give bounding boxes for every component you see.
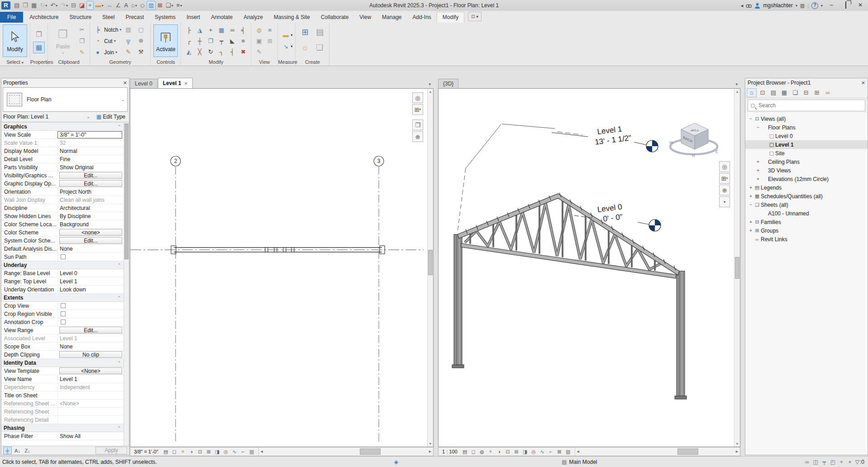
- modify-options-dropdown[interactable]: ⊡ ▾: [468, 12, 482, 21]
- ruler-icon[interactable]: ▬: [281, 30, 291, 40]
- property-value[interactable]: Project North: [57, 188, 124, 195]
- tree-expand-icon[interactable]: −: [748, 202, 754, 207]
- switch-windows-button[interactable]: ❏▾: [164, 1, 175, 10]
- property-checkbox[interactable]: [61, 319, 66, 324]
- ribbon-tab-structure[interactable]: Structure: [64, 12, 97, 23]
- showcase-icon[interactable]: ▢: [136, 24, 146, 34]
- help-menu-chevron-icon[interactable]: ▾: [821, 4, 823, 8]
- element-selector[interactable]: Floor Plan: Level 1: [3, 114, 48, 120]
- scroll-down-icon[interactable]: ▼: [428, 441, 433, 447]
- ribbon-tab-add-ins[interactable]: Add-Ins: [407, 12, 436, 23]
- property-checkbox[interactable]: [61, 311, 66, 316]
- ribbon-tab-insert[interactable]: Insert: [181, 12, 205, 23]
- property-value[interactable]: Show All: [57, 432, 124, 440]
- move-icon[interactable]: ＋: [205, 25, 215, 35]
- type-selector-chevron-icon[interactable]: ⌄: [121, 97, 124, 102]
- property-edit-button[interactable]: Edit...: [59, 172, 122, 179]
- scroll-right-icon[interactable]: ▶: [427, 448, 433, 456]
- section-collapse-icon[interactable]: ⌃: [117, 124, 121, 129]
- property-edit-button[interactable]: Edit...: [59, 180, 122, 187]
- panel-label-modify[interactable]: Modify: [181, 59, 251, 65]
- ribbon-tab-view[interactable]: View: [354, 12, 377, 23]
- rendering-button[interactable]: ◍: [478, 448, 486, 455]
- worksets-control[interactable]: ▤ Main Model: [562, 459, 597, 465]
- section-collapse-icon[interactable]: ⌃: [117, 295, 121, 300]
- zoom-tools-icon[interactable]: ⊞▾: [719, 173, 730, 184]
- marker-button[interactable]: ◇: [139, 1, 146, 10]
- panel-label-controls[interactable]: Controls: [151, 59, 181, 65]
- project-browser-close-icon[interactable]: ✕: [861, 80, 865, 86]
- temporary-hide-button[interactable]: ◨: [521, 448, 529, 455]
- property-value[interactable]: Level 1: [57, 277, 124, 285]
- property-value[interactable]: None: [57, 343, 124, 350]
- cope-icon[interactable]: ┌: [184, 36, 194, 46]
- activate-controls-button[interactable]: Activate: [153, 24, 178, 57]
- steel-truss[interactable]: [458, 193, 679, 278]
- property-edit-button[interactable]: Edit...: [59, 327, 122, 334]
- tree-expand-icon[interactable]: −: [755, 125, 761, 130]
- orbit-tool-icon[interactable]: ⊕: [719, 185, 730, 195]
- property-checkbox[interactable]: [61, 303, 66, 308]
- links-button[interactable]: ∞: [823, 88, 833, 97]
- groups-button[interactable]: ⊞: [812, 88, 822, 97]
- drag-on-selection-toggle[interactable]: ＋: [837, 458, 846, 466]
- constraints-button[interactable]: ⌐: [547, 448, 555, 455]
- align-icon[interactable]: ├: [184, 25, 194, 35]
- isolate-box-icon[interactable]: ▣: [254, 36, 264, 46]
- visual-style-button[interactable]: ◻: [171, 448, 178, 455]
- property-edit-button[interactable]: No clip: [59, 351, 122, 358]
- sun-path-button[interactable]: ☀: [487, 448, 495, 455]
- property-value[interactable]: Independent: [57, 383, 124, 391]
- associate-params-button[interactable]: ╪: [3, 447, 12, 454]
- cut-geometry-button[interactable]: ◔ Cut▾: [93, 36, 121, 46]
- level-0-annotation[interactable]: Level 0 0' - 0": [597, 202, 624, 224]
- level-1-annotation[interactable]: Level 1 13' - 1 1/2": [593, 124, 632, 147]
- legends-button[interactable]: ▤: [768, 88, 778, 97]
- browser-home-button[interactable]: ⌂: [747, 88, 757, 97]
- thin-lines-button[interactable]: ▥: [147, 1, 156, 10]
- create-parts-icon[interactable]: ⊞: [298, 27, 312, 37]
- property-edit-button[interactable]: <none>: [59, 229, 122, 236]
- ribbon-tab-annotate[interactable]: Annotate: [205, 12, 238, 23]
- user-menu-chevron-icon[interactable]: ▾: [796, 4, 797, 8]
- ribbon-tab-collaborate[interactable]: Collaborate: [315, 12, 354, 23]
- snap-toggle[interactable]: ⌖: [846, 459, 854, 465]
- left-horizontal-scrollbar[interactable]: ◀ ▶: [258, 448, 433, 456]
- ribbon-tab-systems[interactable]: Systems: [149, 12, 181, 23]
- panel-label-geometry[interactable]: Geometry: [90, 59, 150, 65]
- reveal-hidden-button[interactable]: ◎: [222, 448, 230, 455]
- tree-item-schedules-quantities-all-[interactable]: +▦Schedules/Quantities (all): [745, 192, 868, 200]
- tree-expand-icon[interactable]: +: [748, 185, 754, 190]
- shadows-button[interactable]: ◑: [188, 448, 196, 455]
- view-tab-list-icon[interactable]: ▾: [733, 82, 740, 88]
- navbar-menu-icon[interactable]: ▾: [719, 196, 730, 207]
- scroll-left-icon[interactable]: ◀: [259, 448, 265, 456]
- property-value[interactable]: Background: [57, 220, 124, 228]
- collapse-chevron-icon[interactable]: ◂: [741, 3, 744, 9]
- view-scale-control[interactable]: 3/8" = 1'-0": [130, 449, 162, 454]
- worksharing-display-button[interactable]: ▥: [248, 448, 256, 455]
- pan-tool-icon[interactable]: ❐: [412, 119, 423, 130]
- sort-descending-button[interactable]: Z↓: [23, 447, 32, 454]
- open-button[interactable]: ❐: [21, 1, 29, 10]
- mirror-pick-axis-icon[interactable]: ◭: [184, 47, 194, 57]
- property-value[interactable]: [57, 408, 124, 415]
- section-collapse-icon[interactable]: ⌃: [117, 426, 121, 430]
- property-value[interactable]: Level 1: [57, 334, 124, 342]
- tree-item-families[interactable]: +⊟Families: [745, 218, 868, 226]
- navigation-wheel-icon[interactable]: ◎: [412, 92, 423, 103]
- temporary-hide-button[interactable]: ◨: [214, 448, 221, 455]
- override-brush-icon[interactable]: ✎: [254, 47, 264, 57]
- tree-item-views-all-[interactable]: −⊡Views (all): [745, 114, 868, 123]
- tree-item-groups[interactable]: +⊞Groups: [745, 226, 868, 235]
- properties-doc-button[interactable]: ▤: [13, 1, 21, 10]
- trim-corner-icon[interactable]: ┐: [216, 47, 226, 57]
- tree-item-a100-unnamed[interactable]: A100 - Unnamed: [745, 209, 868, 218]
- tree-item-elevations-12mm-circle-[interactable]: +Elevations (12mm Circle): [745, 175, 868, 183]
- tree-expand-icon[interactable]: +: [755, 159, 761, 164]
- property-value[interactable]: Fine: [57, 155, 124, 163]
- tree-item-level-0[interactable]: ▢Level 0: [745, 132, 868, 140]
- schedules-button[interactable]: ▦: [779, 88, 789, 97]
- delete-icon[interactable]: ✖: [238, 47, 248, 57]
- transfer-standards-button[interactable]: ◪: [78, 1, 86, 10]
